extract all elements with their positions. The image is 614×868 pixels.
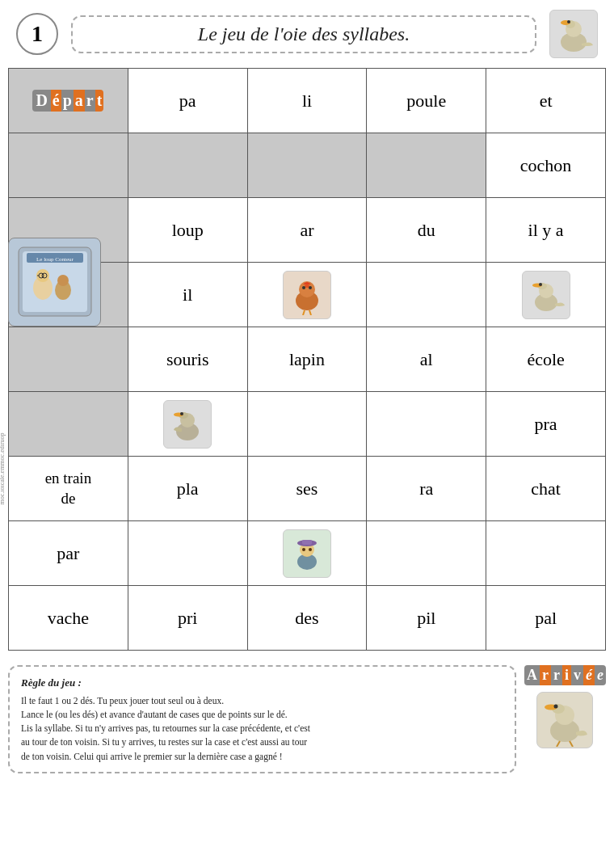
table-row: Départ pa li poule et [9,69,606,133]
table-row: vache pri des pil pal [9,586,606,651]
side-text: moc.ioicale.emmoc.ediruop [0,432,6,504]
goose2-cell [128,392,247,457]
book-image: Le loup Conteur [8,238,101,327]
empty-cell [9,327,128,392]
arrivee-A: A [524,665,540,685]
cell-il: il [128,263,247,327]
svg-point-12 [57,275,69,286]
goose-image-2 [163,400,212,449]
rules-line-3: Lis la syllabe. Si tu n'y arrives pas, t… [21,723,310,733]
empty-cell [247,392,367,457]
table-row: par [9,521,606,586]
cell-cochon: cochon [486,133,606,198]
svg-rect-34 [302,540,312,545]
empty-cell [9,392,128,457]
depart-label: Départ [32,90,103,112]
arrivee-e2: e [595,665,606,685]
cell-poule: poule [367,69,486,133]
arrivee-e1: é [583,665,595,685]
cell-pa: pa [128,69,247,133]
cell-al: al [367,327,486,392]
svg-line-42 [557,741,560,747]
empty-cell [367,263,486,327]
empty-cell [367,133,486,198]
goose-cell-1 [486,263,606,327]
cell-des: des [247,586,367,651]
empty-cell [128,521,247,586]
svg-point-35 [302,548,305,551]
table-row: souris lapin al école [9,327,606,392]
board-wrapper: Le loup Conteur Départ pa li p [0,68,614,659]
game-title: Le jeu de l'oie des syllabes. [71,15,536,53]
depart-e: é [51,90,61,112]
svg-point-41 [553,704,557,708]
depart-r: r [85,90,95,112]
depart-p: p [61,90,74,112]
chicken-cell [247,263,367,327]
cell-pla: pla [128,457,247,521]
empty-cell [367,521,486,586]
rules-title: Règle du jeu : [21,675,503,691]
arrivee-r: r [540,665,551,685]
cell-ra: ra [367,457,486,521]
cell-souris: souris [128,327,247,392]
bottom-section: Règle du jeu : Il te faut 1 ou 2 dés. Tu… [8,665,606,773]
empty-cell [9,133,128,198]
table-row: en trainde pla ses ra chat [9,457,606,521]
rules-line-2: Lance le (ou les dés) et avance d'autant… [21,710,288,719]
svg-point-25 [539,283,542,286]
table-row: pra [9,392,606,457]
cell-pil: pil [367,586,486,651]
cell-du: du [367,198,486,263]
svg-point-20 [309,286,312,289]
bottom-right: Arrivée [524,665,606,748]
rules-line-1: Il te faut 1 ou 2 dés. Tu peux jouer tou… [21,696,224,706]
depart-t: t [95,90,104,112]
cell-pra: pra [486,392,606,457]
chicken-image [283,271,331,319]
depart-d: D [32,90,50,112]
cell-chat: chat [486,457,606,521]
header: 1 Le jeu de l'oie des syllabes. [0,0,614,68]
game-grid: Départ pa li poule et cochon loup ar du … [8,68,606,651]
cell-et: et [486,69,606,133]
cell-par: par [9,521,128,586]
rules-line-4: au tour de ton voisin. Si tu y arrives, … [21,737,307,747]
cell-ecole: école [486,327,606,392]
rules-box: Règle du jeu : Il te faut 1 ou 2 dés. Tu… [8,665,516,773]
svg-point-19 [302,286,305,289]
depart-cell: Départ [9,69,128,133]
depart-a: a [74,90,85,112]
empty-cell [486,521,606,586]
table-row: cochon [9,133,606,198]
rules-text: Il te faut 1 ou 2 dés. Tu peux jouer tou… [21,694,503,764]
empty-cell [128,133,247,198]
goose-image-1 [522,271,570,319]
rules-line-5: de ton voisin. Celui qui arrive le premi… [21,752,282,761]
empty-cell [367,392,486,457]
cell-ar: ar [247,198,367,263]
farmer-cell [247,521,367,586]
svg-point-30 [180,412,183,415]
svg-line-43 [570,741,573,747]
cell-li: li [247,69,367,133]
arrivee-r2: r [551,665,562,685]
header-goose-image [549,10,598,58]
cell-ilya: il y a [486,198,606,263]
cell-lapin: lapin [247,327,367,392]
svg-text:Le loup Conteur: Le loup Conteur [36,256,74,263]
cell-ses: ses [247,457,367,521]
cell-vache: vache [9,586,128,651]
cell-pri: pri [128,586,247,651]
arrivee-v: v [571,665,583,685]
svg-point-36 [309,548,312,551]
svg-point-4 [567,20,570,23]
arrivee-label: Arrivée [524,665,606,685]
empty-cell [247,133,367,198]
bottom-goose-image [536,692,593,748]
cell-pal: pal [486,586,606,651]
cell-loup: loup [128,198,247,263]
cell-entraide: en trainde [9,457,128,521]
game-number: 1 [16,13,58,55]
arrivee-i: i [562,665,571,685]
